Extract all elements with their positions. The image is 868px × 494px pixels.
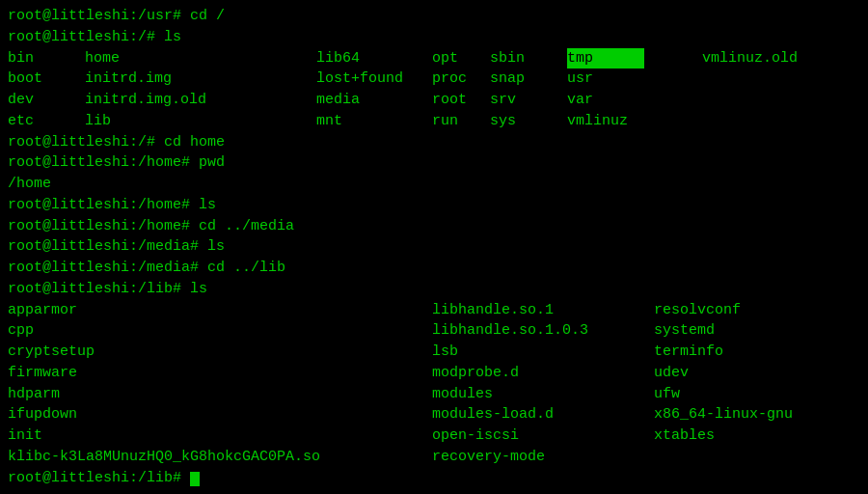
ls-multi-row-3: cryptsetuplsbterminfo [8, 342, 860, 363]
ls-row-1: binhomelib64optsbintmpvmlinuz.old [8, 48, 860, 69]
cmd: ls [164, 29, 181, 45]
ls-row-4: etclibmntrunsysvmlinuz [8, 111, 860, 132]
ls-multi-row-2: cpplibhandle.so.1.0.3systemd [8, 320, 860, 342]
line-ls-lib: root@littleshi:/lib# ls [8, 279, 860, 300]
output-home: /home [8, 174, 860, 195]
ls-row-2: bootinitrd.imglost+foundprocsnapusr [8, 69, 860, 90]
terminal: root@littleshi:/usr# cd / root@littleshi… [0, 0, 868, 494]
ls-multi-row-6: ifupdownmodules-load.dx86_64-linux-gnu [8, 404, 860, 425]
line-2: root@littleshi:/# ls [8, 27, 860, 48]
cmd: cd / [190, 8, 225, 24]
ls-row-3: devinitrd.img.oldmediarootsrvvar [8, 90, 860, 111]
line-cd-lib: root@littleshi:/media# cd ../lib [8, 258, 860, 279]
ls-multi-row-4: firmwaremodprobe.dudev [8, 363, 860, 384]
line-final-prompt: root@littleshi:/lib# [8, 468, 860, 489]
prompt: root@littleshi:/# [8, 29, 164, 45]
line-cd-home: root@littleshi:/# cd home [8, 132, 860, 153]
line-cd-media: root@littleshi:/home# cd ../media [8, 216, 860, 237]
cursor [190, 472, 200, 486]
ls-multi-row-5: hdparmmodulesufw [8, 384, 860, 405]
prompt: root@littleshi:/usr# [8, 8, 190, 24]
line-ls-media: root@littleshi:/media# ls [8, 236, 860, 258]
line-ls-home: root@littleshi:/home# ls [8, 195, 860, 216]
ls-multi-row-1: apparmorlibhandle.so.1resolvconf [8, 300, 860, 321]
line-1: root@littleshi:/usr# cd / [8, 6, 860, 27]
ls-multi-row-8: klibc-k3La8MUnuzHQ0_kG8hokcGAC0PA.soreco… [8, 447, 860, 468]
line-pwd: root@littleshi:/home# pwd [8, 152, 860, 174]
ls-multi-row-7: initopen-iscsixtables [8, 425, 860, 447]
